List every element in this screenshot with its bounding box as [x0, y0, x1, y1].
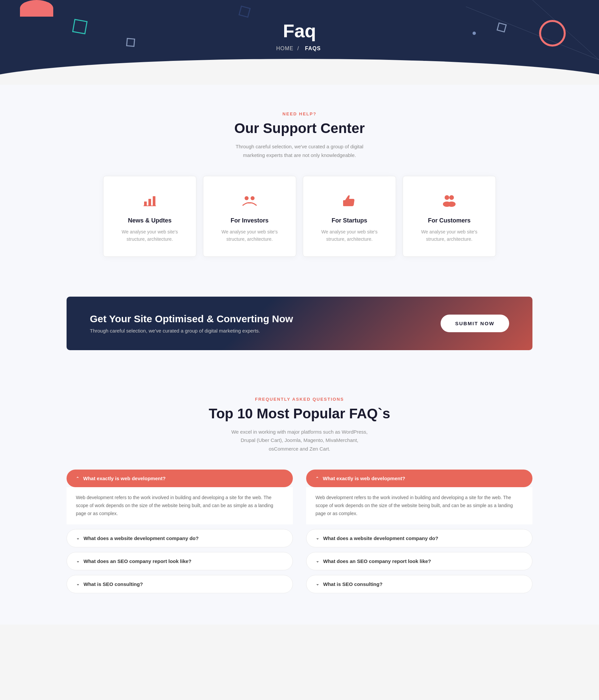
faq-question-right-3[interactable]: ⌄ What is SEO consulting?: [306, 575, 532, 593]
faq-arrow-left-1: ⌄: [76, 536, 79, 541]
card-investors-title: For Investors: [213, 217, 286, 224]
faq-arrow-right-2: ⌄: [316, 559, 319, 563]
faq-arrow-left-0: ⌃: [76, 476, 79, 481]
card-news: News & Updtes We analyse your web site's…: [103, 176, 196, 257]
support-description: Through careful selection, we've curated…: [230, 142, 369, 159]
deco-square-2: [239, 6, 251, 18]
svg-point-7: [250, 196, 255, 200]
faq-header: FREQUENTLY ASKED QUESTIONS Top 10 Most P…: [67, 397, 532, 453]
faq-question-text-left-2: What does an SEO company report look lik…: [83, 558, 191, 564]
faq-question-text-left-0: What exactly is web development?: [83, 476, 166, 481]
faq-question-left-0[interactable]: ⌃ What exactly is web development?: [67, 470, 293, 487]
svg-rect-5: [143, 205, 156, 206]
card-customers: For Customers We analyse your web site's…: [403, 176, 496, 257]
faq-question-text-right-1: What does a website development company …: [323, 535, 438, 541]
faq-question-left-1[interactable]: ⌄ What does a website development compan…: [67, 529, 293, 547]
hero-header: Faq HOME / FAQS: [0, 0, 599, 85]
faq-description: We excel in working with major platforms…: [230, 428, 369, 453]
submit-now-button[interactable]: SUBMIT NOW: [440, 315, 509, 332]
faq-arrow-left-3: ⌄: [76, 582, 79, 586]
faq-column-right: ⌃ What exactly is web development? Web d…: [306, 470, 532, 598]
breadcrumb-separator: /: [297, 46, 299, 51]
svg-point-10: [445, 195, 449, 200]
card-investors-desc: We analyse your web site's structure, ar…: [213, 228, 286, 243]
svg-rect-4: [153, 196, 155, 206]
deco-square-3: [126, 38, 135, 47]
thumbsup-icon: [313, 193, 386, 211]
faq-question-left-2[interactable]: ⌄ What does an SEO company report look l…: [67, 552, 293, 570]
svg-rect-3: [148, 199, 151, 206]
support-section: NEED HELP? Our Support Center Through ca…: [0, 85, 599, 277]
deco-circle-top: [20, 0, 53, 17]
deco-lines: [433, 0, 599, 60]
faq-item-left-1: ⌄ What does a website development compan…: [67, 529, 293, 547]
faq-item-right-3: ⌄ What is SEO consulting?: [306, 575, 532, 593]
faq-arrow-right-3: ⌄: [316, 582, 319, 586]
cards-grid: News & Updtes We analyse your web site's…: [67, 176, 532, 257]
card-startups-desc: We analyse your web site's structure, ar…: [313, 228, 386, 243]
faq-tag: FREQUENTLY ASKED QUESTIONS: [67, 397, 532, 402]
card-news-desc: We analyse your web site's structure, ar…: [114, 228, 186, 243]
chart-icon: [114, 193, 186, 211]
breadcrumb-current: FAQS: [305, 46, 321, 51]
faq-question-right-2[interactable]: ⌄ What does an SEO company report look l…: [306, 552, 532, 570]
main-content: NEED HELP? Our Support Center Through ca…: [0, 85, 599, 625]
faq-question-text-right-2: What does an SEO company report look lik…: [323, 558, 431, 564]
card-news-title: News & Updtes: [114, 217, 186, 224]
faq-title: Top 10 Most Popular FAQ`s: [67, 406, 532, 422]
card-investors: For Investors We analyse your web site's…: [203, 176, 296, 257]
faq-item-left-0: ⌃ What exactly is web development? Web d…: [67, 470, 293, 524]
cta-text: Get Your Site Optimised & Converting Now…: [90, 313, 293, 333]
support-title: Our Support Center: [67, 120, 532, 136]
faq-column-left: ⌃ What exactly is web development? Web d…: [67, 470, 293, 598]
faq-arrow-right-1: ⌄: [316, 536, 319, 541]
faq-question-left-3[interactable]: ⌄ What is SEO consulting?: [67, 575, 293, 593]
faq-section: FREQUENTLY ASKED QUESTIONS Top 10 Most P…: [0, 370, 599, 625]
faq-item-right-0: ⌃ What exactly is web development? Web d…: [306, 470, 532, 524]
cta-description: Through careful selection, we've curated…: [90, 328, 293, 333]
svg-point-13: [448, 201, 456, 207]
card-customers-title: For Customers: [413, 217, 485, 224]
deco-square-1: [72, 19, 88, 34]
faq-answer-right-0: Web development refers to the work invol…: [306, 487, 532, 524]
card-startups-title: For Startups: [313, 217, 386, 224]
faq-question-text-left-3: What is SEO consulting?: [83, 581, 143, 587]
faq-item-right-2: ⌄ What does an SEO company report look l…: [306, 552, 532, 570]
svg-rect-2: [144, 201, 147, 206]
faq-question-text-right-3: What is SEO consulting?: [323, 581, 382, 587]
faq-question-text-right-0: What exactly is web development?: [323, 476, 405, 481]
cta-banner: Get Your Site Optimised & Converting Now…: [67, 297, 532, 350]
svg-line-1: [532, 0, 599, 60]
faq-item-left-3: ⌄ What is SEO consulting?: [67, 575, 293, 593]
faq-answer-left-0: Web development refers to the work invol…: [67, 487, 293, 524]
handshake-icon: [213, 193, 286, 211]
svg-rect-9: [343, 200, 345, 206]
svg-point-6: [245, 196, 248, 200]
support-tag: NEED HELP?: [67, 111, 532, 117]
svg-point-11: [449, 195, 454, 200]
card-startups: For Startups We analyse your web site's …: [303, 176, 396, 257]
faq-grid: ⌃ What exactly is web development? Web d…: [67, 470, 532, 598]
card-customers-desc: We analyse your web site's structure, ar…: [413, 228, 485, 243]
faq-question-text-left-1: What does a website development company …: [83, 535, 199, 541]
breadcrumb-home[interactable]: HOME: [276, 46, 293, 51]
faq-item-right-1: ⌄ What does a website development compan…: [306, 529, 532, 547]
customers-icon: [413, 193, 485, 211]
faq-question-right-1[interactable]: ⌄ What does a website development compan…: [306, 529, 532, 547]
faq-arrow-right-0: ⌃: [315, 476, 319, 481]
svg-line-0: [466, 7, 599, 60]
faq-arrow-left-2: ⌄: [76, 559, 79, 563]
faq-question-right-0[interactable]: ⌃ What exactly is web development?: [306, 470, 532, 487]
faq-item-left-2: ⌄ What does an SEO company report look l…: [67, 552, 293, 570]
cta-heading: Get Your Site Optimised & Converting Now: [90, 313, 293, 325]
